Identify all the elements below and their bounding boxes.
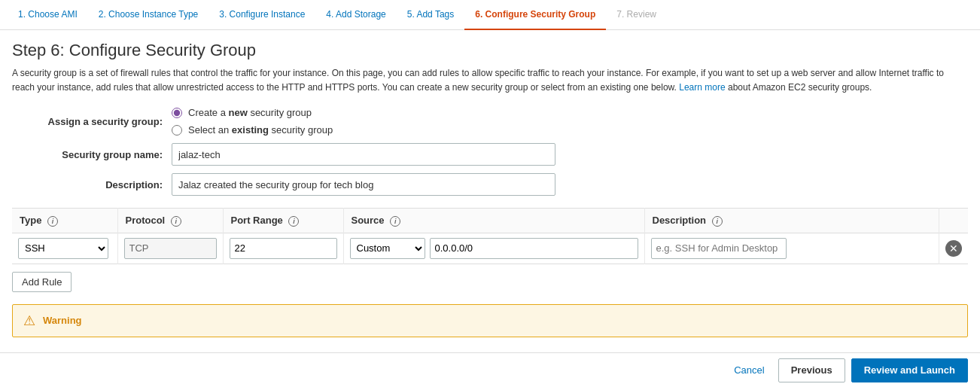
page-title: Step 6: Configure Security Group — [12, 41, 968, 60]
radio-option-new[interactable]: Create a new security group — [172, 107, 333, 118]
wizard-step-choose-ami[interactable]: 1. Choose AMI — [8, 0, 88, 30]
col-header-description: Description i — [644, 209, 939, 233]
cell-delete: ✕ — [939, 233, 969, 264]
security-group-name-row: Security group name: — [12, 143, 968, 166]
warning-bar: ⚠ Warning — [12, 304, 968, 337]
cancel-button[interactable]: Cancel — [726, 360, 772, 380]
radio-group-security-type: Create a new security group Select an ex… — [172, 107, 333, 136]
assign-security-group-row: Assign a security group: Create a new se… — [12, 107, 968, 136]
description-text-part2: about Amazon EC2 security groups. — [728, 82, 872, 93]
port-range-info-icon[interactable]: i — [288, 216, 299, 227]
security-group-form: Assign a security group: Create a new se… — [12, 107, 968, 337]
rules-table-body: SSH HTTP HTTPS Custom TCP — [12, 233, 968, 264]
col-header-source: Source i — [343, 209, 644, 233]
description-text-input[interactable] — [651, 238, 787, 259]
security-group-description-row: Description: — [12, 173, 968, 196]
col-header-actions — [939, 209, 969, 233]
source-value-input[interactable] — [430, 238, 638, 259]
wizard-navigation: 1. Choose AMI 2. Choose Instance Type 3.… — [0, 0, 980, 30]
delete-rule-button[interactable]: ✕ — [945, 240, 962, 257]
cell-port-range — [223, 233, 343, 264]
wizard-step-configure-instance[interactable]: 3. Configure Instance — [208, 0, 315, 30]
security-group-name-input[interactable] — [172, 143, 555, 166]
page-description: A security group is a set of firewall ru… — [12, 66, 968, 95]
rules-table: Type i Protocol i Port Range i Source i — [12, 208, 968, 264]
cell-type: SSH HTTP HTTPS Custom TCP — [12, 233, 117, 264]
security-group-name-label: Security group name: — [12, 149, 163, 160]
radio-existing-security-group[interactable] — [172, 125, 182, 136]
wizard-step-review: 7. Review — [606, 0, 667, 30]
type-select[interactable]: SSH HTTP HTTPS Custom TCP — [18, 238, 108, 259]
radio-option-existing[interactable]: Select an existing security group — [172, 124, 333, 136]
review-and-launch-button[interactable]: Review and Launch — [851, 358, 968, 382]
protocol-input[interactable] — [124, 238, 217, 259]
col-header-type: Type i — [12, 209, 117, 233]
cell-protocol — [117, 233, 223, 264]
main-content: Step 6: Configure Security Group A secur… — [0, 30, 980, 337]
footer: Cancel Previous Review and Launch — [0, 352, 980, 387]
col-header-port-range: Port Range i — [223, 209, 343, 233]
wizard-step-add-storage[interactable]: 4. Add Storage — [315, 0, 396, 30]
protocol-info-icon[interactable]: i — [171, 216, 181, 227]
previous-button[interactable]: Previous — [778, 358, 845, 382]
source-wrapper: Custom Anywhere My IP — [350, 238, 638, 259]
warning-icon: ⚠ — [23, 312, 35, 329]
wizard-step-choose-instance-type[interactable]: 2. Choose Instance Type — [88, 0, 209, 30]
table-row: SSH HTTP HTTPS Custom TCP — [12, 233, 968, 264]
security-group-description-input[interactable] — [172, 173, 555, 196]
security-group-description-label: Description: — [12, 179, 163, 190]
col-header-protocol: Protocol i — [117, 209, 223, 233]
assign-security-group-label: Assign a security group: — [12, 116, 163, 127]
source-info-icon[interactable]: i — [390, 216, 400, 227]
warning-text: Warning — [43, 315, 82, 326]
description-info-icon[interactable]: i — [712, 216, 723, 227]
cell-source: Custom Anywhere My IP — [343, 233, 644, 264]
cell-description — [644, 233, 939, 264]
wizard-step-add-tags[interactable]: 5. Add Tags — [397, 0, 465, 30]
source-type-select[interactable]: Custom Anywhere My IP — [350, 238, 425, 259]
add-rule-button[interactable]: Add Rule — [12, 272, 72, 292]
port-range-input[interactable] — [230, 238, 337, 259]
learn-more-link[interactable]: Learn more — [679, 82, 725, 93]
radio-new-security-group[interactable] — [172, 108, 182, 118]
rules-table-header: Type i Protocol i Port Range i Source i — [12, 209, 968, 233]
wizard-step-configure-security-group[interactable]: 6. Configure Security Group — [464, 0, 606, 30]
type-info-icon[interactable]: i — [47, 216, 58, 227]
